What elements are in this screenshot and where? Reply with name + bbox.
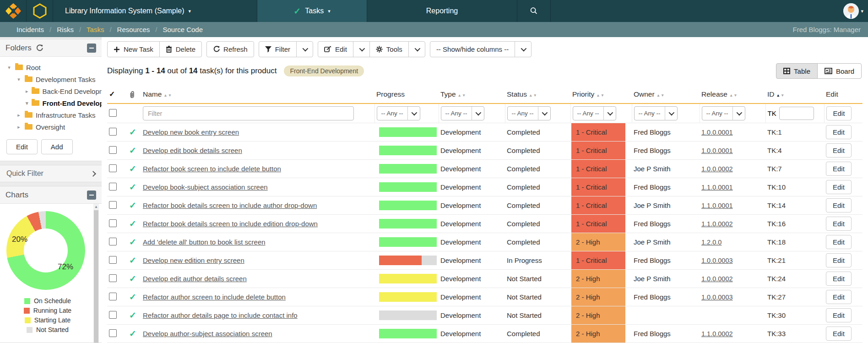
chevron-down-icon[interactable] xyxy=(732,107,745,120)
task-name-link[interactable]: Refactor book screen to include delete b… xyxy=(143,165,281,173)
task-name-link[interactable]: Develop edit author details screen xyxy=(143,275,247,283)
row-edit-button[interactable]: Edit xyxy=(826,272,852,286)
release-link[interactable]: 1.0.0.0003 xyxy=(701,294,733,301)
scrollbar-thumb[interactable] xyxy=(94,210,98,343)
scroll-up-icon[interactable]: ▲ xyxy=(93,205,99,209)
board-view-button[interactable]: Board xyxy=(817,63,862,79)
column-header-release[interactable]: Release▲▼ xyxy=(700,85,765,103)
toolbar-dropdown-button[interactable] xyxy=(353,41,370,57)
task-name-link[interactable]: Add 'delete all' button to book list scr… xyxy=(143,238,266,246)
select-all-checkbox[interactable] xyxy=(109,109,117,117)
task-name-link[interactable]: Develop edit book details screen xyxy=(143,147,242,154)
chevron-down-icon[interactable] xyxy=(665,107,677,120)
row-edit-button[interactable]: Edit xyxy=(826,217,852,231)
any-filter-dropdown[interactable]: -- Any -- xyxy=(634,106,678,120)
search-button[interactable] xyxy=(517,0,551,22)
row-checkbox[interactable] xyxy=(109,274,117,282)
toolbar-new-task-button[interactable]: New Task xyxy=(107,41,160,57)
task-name-link[interactable]: Develop new book entry screen xyxy=(143,128,239,136)
row-edit-button[interactable]: Edit xyxy=(826,253,852,267)
any-filter-dropdown[interactable]: -- Any -- xyxy=(441,106,484,120)
release-link[interactable]: 1.0.0.0002 xyxy=(701,165,733,173)
column-header-priority[interactable]: Priority▲▼ xyxy=(570,85,632,103)
row-edit-button[interactable]: Edit xyxy=(826,290,852,304)
task-name-link[interactable]: Refactor author screen to include delete… xyxy=(143,293,286,301)
toolbar-filter-button[interactable]: Filter xyxy=(259,41,297,57)
row-edit-button[interactable]: Edit xyxy=(826,198,852,212)
folder-tree-item-development-tasks[interactable]: ▾Development Tasks xyxy=(0,73,102,85)
toolbar-show-hide-columns-button[interactable]: -- Show/hide columns -- xyxy=(430,41,515,57)
release-link[interactable]: 1.1.0.0002 xyxy=(701,330,733,338)
any-filter-dropdown[interactable]: -- Any -- xyxy=(702,106,745,120)
task-name-link[interactable]: Develop new edition entry screen xyxy=(143,256,244,264)
row-edit-button[interactable]: Edit xyxy=(826,180,852,194)
tab-reporting[interactable]: Reporting xyxy=(367,0,517,22)
table-view-button[interactable]: Table xyxy=(776,63,818,79)
tree-collapsed-icon[interactable]: ▸ xyxy=(26,88,28,94)
row-checkbox[interactable] xyxy=(109,183,117,191)
folder-tree-item-oversight[interactable]: ▸Oversight xyxy=(0,121,102,133)
folder-tree-item-back-end-development[interactable]: ▸Back-End Development xyxy=(0,85,102,97)
toolbar-dropdown-button[interactable] xyxy=(408,41,425,57)
column-header-owner[interactable]: Owner▲▼ xyxy=(632,85,700,103)
folder-tree-item-root[interactable]: ▾Root xyxy=(0,61,102,73)
chevron-down-icon[interactable] xyxy=(407,107,420,120)
folder-edit-button[interactable]: Edit xyxy=(6,139,38,154)
release-link[interactable]: 1.1.0.0002 xyxy=(701,220,733,228)
release-link[interactable]: 1.1.0.0001 xyxy=(701,202,733,209)
column-header-id[interactable]: ID▲▼ xyxy=(765,85,824,103)
toolbar-refresh-button[interactable]: Refresh xyxy=(206,41,254,57)
project-selector[interactable]: Library Information System (Sample) ▾ xyxy=(53,0,257,22)
release-link[interactable]: 1.0.0.0001 xyxy=(701,129,733,136)
app-logo-icon[interactable] xyxy=(0,0,27,22)
task-name-link[interactable]: Develop author-subject association scree… xyxy=(143,330,272,338)
release-link[interactable]: 1.0.0.0003 xyxy=(701,257,733,264)
tree-expanded-icon[interactable]: ▾ xyxy=(6,65,12,71)
row-checkbox[interactable] xyxy=(109,329,117,337)
row-checkbox[interactable] xyxy=(109,256,117,264)
tree-expanded-icon[interactable]: ▾ xyxy=(26,100,28,106)
task-name-link[interactable]: Refactor book details screen to include … xyxy=(143,220,318,228)
tab-tasks[interactable]: ✓ Tasks ▾ xyxy=(257,0,367,22)
tree-collapsed-icon[interactable]: ▸ xyxy=(16,124,22,130)
toolbar-tools-button[interactable]: Tools xyxy=(369,41,409,57)
sort-arrows-icon[interactable]: ▲▼ xyxy=(729,93,738,98)
tree-expanded-icon[interactable]: ▾ xyxy=(16,76,22,82)
breadcrumb-item-incidents[interactable]: Incidents xyxy=(16,26,44,33)
column-header-name[interactable]: Name▲▼ xyxy=(141,85,374,103)
collapse-folders-button[interactable] xyxy=(87,44,96,53)
toolbar-dropdown-button[interactable] xyxy=(515,41,532,57)
toolbar-dropdown-button[interactable] xyxy=(296,41,313,57)
row-checkbox[interactable] xyxy=(109,146,117,154)
refresh-icon[interactable] xyxy=(36,44,43,52)
row-checkbox[interactable] xyxy=(109,293,117,300)
breadcrumb-item-source-code[interactable]: Source Code xyxy=(163,26,203,33)
charts-scrollbar[interactable]: ▲ xyxy=(93,204,99,343)
any-filter-dropdown[interactable]: -- Any -- xyxy=(377,106,420,120)
row-edit-button[interactable]: Edit xyxy=(826,235,852,249)
release-link[interactable]: 1.0.0.0001 xyxy=(701,147,733,154)
any-filter-dropdown[interactable]: -- Any -- xyxy=(573,106,616,120)
release-link[interactable]: 1.2.0.0 xyxy=(701,239,722,246)
workspace-hexagon-icon[interactable] xyxy=(27,0,53,22)
row-edit-button[interactable]: Edit xyxy=(826,162,852,176)
sort-arrows-icon[interactable]: ▲▼ xyxy=(656,93,665,98)
chevron-down-icon[interactable] xyxy=(603,107,616,120)
folder-add-button[interactable]: Add xyxy=(41,139,73,154)
sort-arrows-icon[interactable]: ▲▼ xyxy=(163,93,172,98)
row-checkbox[interactable] xyxy=(109,238,117,245)
tree-collapsed-icon[interactable]: ▸ xyxy=(16,112,22,118)
breadcrumb-item-risks[interactable]: Risks xyxy=(57,26,74,33)
any-filter-dropdown[interactable]: -- Any -- xyxy=(507,106,551,120)
breadcrumb-item-resources[interactable]: Resources xyxy=(117,26,150,33)
task-name-link[interactable]: Refactor author details page to include … xyxy=(143,311,298,319)
sort-arrows-icon[interactable]: ▲▼ xyxy=(776,93,785,98)
row-checkbox[interactable] xyxy=(109,201,117,209)
name-filter-input[interactable] xyxy=(143,106,354,120)
sort-arrows-icon[interactable]: ▲▼ xyxy=(596,93,605,98)
user-menu[interactable]: ▾ xyxy=(839,0,868,22)
row-edit-button[interactable]: Edit xyxy=(826,327,852,341)
toolbar-edit-button[interactable]: Edit xyxy=(318,41,353,57)
filter-edit-button[interactable]: Edit xyxy=(826,106,852,120)
quick-filter-header[interactable]: Quick Filter xyxy=(0,165,102,182)
